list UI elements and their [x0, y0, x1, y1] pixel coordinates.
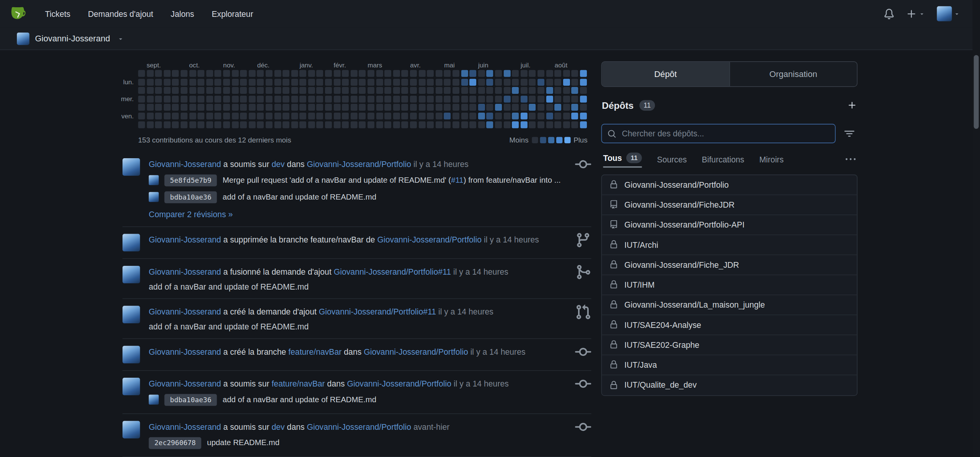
heatmap-cell: [418, 79, 425, 85]
activity-link[interactable]: Giovanni-Josserand: [149, 159, 221, 169]
activity-link[interactable]: Giovanni-Josserand/Portfolio#11: [334, 267, 451, 276]
activity-link[interactable]: Giovanni-Josserand: [149, 235, 221, 244]
heatmap-cell: [257, 70, 264, 77]
compare-revisions-link[interactable]: Comparer 2 révisions »: [149, 209, 233, 218]
heatmap-cell: [333, 113, 340, 120]
filter-icon[interactable]: [841, 129, 858, 139]
actor-avatar[interactable]: [122, 306, 140, 323]
activity-link[interactable]: Giovanni-Josserand/Portfolio: [307, 422, 412, 431]
activity-link[interactable]: Giovanni-Josserand: [149, 347, 221, 356]
activity-link[interactable]: Giovanni-Josserand: [149, 422, 221, 431]
actor-avatar[interactable]: [122, 265, 140, 283]
lock-icon: [609, 180, 618, 189]
actor-avatar[interactable]: [122, 377, 140, 395]
repo-name: IUT/Archi: [624, 240, 658, 249]
repo-list-item[interactable]: Giovanni-Josserand/Portfolio: [602, 175, 857, 195]
activity-link[interactable]: feature/navBar: [271, 379, 325, 388]
repo-filter-tab-miroirs[interactable]: Miroirs: [759, 155, 784, 168]
heatmap-cell: [257, 87, 264, 94]
heatmap-cell: [469, 87, 476, 94]
heatmap-week: [503, 70, 510, 128]
repo-list-item[interactable]: IUT/SAE204-Analyse: [602, 315, 857, 335]
heatmap-cell: [189, 79, 196, 85]
actor-avatar[interactable]: [122, 234, 140, 251]
activity-link[interactable]: Giovanni-Josserand/Portfolio: [377, 235, 482, 244]
user-context-switcher[interactable]: Giovanni-Josserand: [17, 32, 124, 45]
kebab-menu-icon[interactable]: [846, 154, 856, 167]
heatmap-cell: [283, 104, 289, 111]
heatmap-cell: [512, 95, 519, 102]
heatmap-cell: [521, 121, 528, 128]
navbar-item-demandes-d-ajout[interactable]: Demandes d'ajout: [79, 0, 162, 28]
actor-avatar[interactable]: [122, 421, 140, 438]
activity-link[interactable]: Giovanni-Josserand/Portfolio: [307, 159, 412, 169]
commit-sha-badge[interactable]: bdba10ae36: [164, 394, 217, 406]
heatmap-cell: [248, 95, 255, 102]
scrollbar-thumb[interactable]: [974, 55, 979, 129]
heatmap-cell: [427, 70, 434, 77]
heatmap-cell: [444, 70, 451, 77]
navbar-item-jalons[interactable]: Jalons: [162, 0, 203, 28]
repo-filter-tab-bifurcations[interactable]: Bifurcations: [702, 155, 744, 168]
repo-filter-tab-sources[interactable]: Sources: [657, 155, 687, 168]
repo-name: IUT/Qualite_de_dev: [624, 380, 697, 390]
commit-sha-badge[interactable]: bdba10ae36: [164, 191, 217, 203]
heatmap-cell: [266, 70, 273, 77]
heatmap-cell: [359, 113, 366, 120]
heatmap-cell: [452, 70, 459, 77]
heatmap-cell: [495, 95, 502, 102]
commit-sha-badge[interactable]: 5e8fd5e7b9: [164, 174, 217, 186]
create-new-button[interactable]: [906, 8, 925, 19]
tab-organisation[interactable]: Organisation: [729, 62, 857, 87]
filter-tab-label: Sources: [657, 155, 687, 164]
heatmap-cell: [351, 95, 358, 102]
activity-link[interactable]: Giovanni-Josserand: [149, 267, 221, 276]
activity-text: a fusionné la demande d'ajout: [221, 267, 333, 276]
repo-search-input[interactable]: [621, 128, 829, 139]
repo-list-item[interactable]: IUT/Qualite_de_dev: [602, 375, 857, 395]
heatmap-cell: [147, 70, 154, 77]
tab-depot[interactable]: Dépôt: [602, 62, 729, 87]
git-commit-icon: [571, 376, 591, 392]
notifications-bell-icon[interactable]: [884, 8, 895, 19]
navbar-item-explorateur[interactable]: Explorateur: [203, 0, 262, 28]
actor-avatar[interactable]: [122, 346, 140, 363]
heatmap-week: [172, 70, 179, 128]
repo-list-item[interactable]: IUT/Archi: [602, 235, 857, 255]
repo-filter-tab-tous[interactable]: Tous11: [603, 153, 642, 168]
user-menu[interactable]: [937, 6, 960, 21]
heatmap-cell: [563, 79, 570, 85]
activity-link[interactable]: Giovanni-Josserand/Portfolio#11: [319, 307, 436, 316]
commit-sha-badge[interactable]: 2ec2960678: [149, 437, 202, 449]
activity-link[interactable]: dev: [271, 159, 284, 169]
activity-link[interactable]: Giovanni-Josserand/Portfolio: [364, 347, 468, 356]
activity-link[interactable]: feature/navBar: [288, 347, 341, 356]
navbar-item-tickets[interactable]: Tickets: [36, 0, 79, 28]
repo-list-item[interactable]: Giovanni-Josserand/Portfolio-API: [602, 215, 857, 235]
activity-text: update README.md: [207, 439, 279, 447]
repo-list-item[interactable]: IUT/SAE202-Graphe: [602, 335, 857, 355]
heatmap-cell: [291, 121, 298, 128]
activity-link[interactable]: Giovanni-Josserand/Portfolio: [347, 379, 452, 388]
heatmap-cell: [181, 87, 188, 94]
repo-filter-tabs: Tous11SourcesBifurcationsMiroirs: [601, 153, 858, 168]
repo-list-item[interactable]: IUT/Java: [602, 355, 857, 375]
actor-avatar[interactable]: [122, 158, 140, 175]
activity-link[interactable]: Giovanni-Josserand: [149, 307, 221, 316]
gitea-logo[interactable]: [9, 4, 28, 23]
heatmap-cell: [469, 70, 476, 77]
repo-list-item[interactable]: Giovanni-Josserand/La_maison_jungle: [602, 295, 857, 315]
heatmap-cell: [487, 113, 493, 120]
git-commit-icon: [571, 156, 591, 172]
heatmap-cell: [410, 70, 417, 77]
repo-list-item[interactable]: IUT/IHM: [602, 275, 857, 295]
activity-link[interactable]: dev: [271, 422, 284, 431]
heatmap-cell: [444, 121, 451, 128]
navbar-right: [884, 6, 972, 21]
new-repo-button[interactable]: [848, 101, 857, 110]
repo-list-item[interactable]: Giovanni-Josserand/FicheJDR: [602, 195, 857, 215]
chevron-down-icon: [919, 11, 925, 17]
activity-link[interactable]: #11: [451, 176, 464, 185]
activity-link[interactable]: Giovanni-Josserand: [149, 379, 221, 388]
repo-list-item[interactable]: Giovanni-Josserand/Fiche_JDR: [602, 255, 857, 275]
